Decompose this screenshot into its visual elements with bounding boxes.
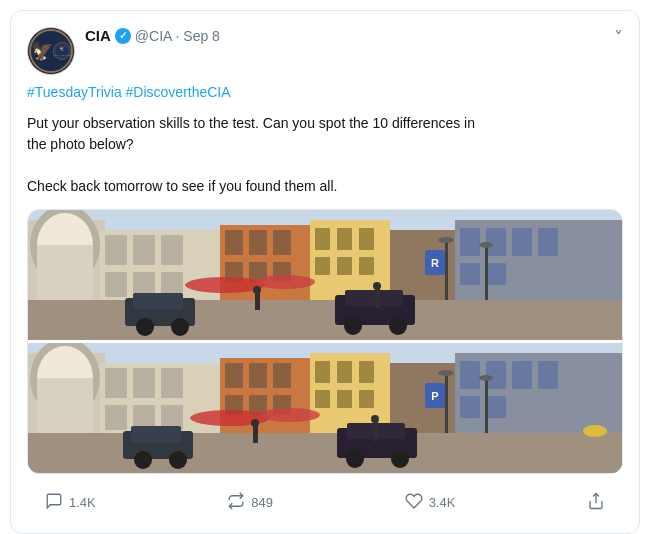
name-row: CIA ✓ @CIA · Sep 8 xyxy=(85,27,623,44)
svg-rect-56 xyxy=(375,288,380,308)
svg-rect-110 xyxy=(253,425,258,443)
svg-text:P: P xyxy=(431,390,438,402)
handle-date: @CIA · Sep 8 xyxy=(135,28,220,44)
svg-rect-20 xyxy=(273,230,291,255)
svg-rect-92 xyxy=(538,361,558,389)
svg-rect-34 xyxy=(486,228,506,256)
svg-rect-11 xyxy=(105,235,127,265)
svg-rect-68 xyxy=(133,368,155,398)
svg-rect-91 xyxy=(512,361,532,389)
svg-rect-47 xyxy=(133,293,183,309)
svg-point-96 xyxy=(438,370,454,376)
tweet-text-line2: the photo below? xyxy=(27,136,134,152)
svg-point-109 xyxy=(391,450,409,468)
svg-point-104 xyxy=(134,451,152,469)
svg-rect-83 xyxy=(359,361,374,383)
svg-rect-25 xyxy=(315,228,330,250)
svg-rect-26 xyxy=(337,228,352,250)
svg-rect-14 xyxy=(105,272,127,297)
svg-point-52 xyxy=(344,317,362,335)
svg-text:R: R xyxy=(431,257,439,269)
handle: @CIA xyxy=(135,28,172,44)
city-image-bottom[interactable]: P xyxy=(28,343,622,473)
hashtags[interactable]: #TuesdayTrivia #DiscovertheCIA xyxy=(27,83,623,103)
retweet-count: 849 xyxy=(251,495,273,510)
reply-count: 1.4K xyxy=(69,495,96,510)
svg-point-45 xyxy=(255,275,315,289)
svg-point-44 xyxy=(185,277,265,293)
svg-rect-95 xyxy=(445,373,448,443)
tweet-date: Sep 8 xyxy=(183,28,220,44)
svg-rect-37 xyxy=(460,263,480,285)
svg-rect-82 xyxy=(337,361,352,383)
svg-point-101 xyxy=(260,408,320,422)
svg-rect-84 xyxy=(315,390,330,408)
svg-rect-13 xyxy=(161,235,183,265)
svg-rect-30 xyxy=(359,257,374,275)
svg-rect-90 xyxy=(486,361,506,389)
svg-rect-19 xyxy=(249,230,267,255)
svg-point-98 xyxy=(479,375,493,381)
svg-rect-35 xyxy=(512,228,532,256)
svg-rect-76 xyxy=(273,363,291,388)
svg-point-40 xyxy=(438,237,454,243)
svg-rect-27 xyxy=(359,228,374,250)
svg-text:🦅: 🦅 xyxy=(59,45,66,52)
cia-seal: 🦅 CENTRAL INTELLIGENCE xyxy=(29,29,73,73)
svg-rect-99 xyxy=(28,433,622,473)
verified-badge: ✓ xyxy=(115,28,131,44)
svg-rect-103 xyxy=(131,426,181,442)
svg-rect-81 xyxy=(315,361,330,383)
svg-rect-70 xyxy=(105,405,127,430)
svg-point-116 xyxy=(583,425,607,437)
svg-point-57 xyxy=(373,282,381,290)
tweet-images[interactable]: R xyxy=(27,209,623,474)
tweet-text-line3: Check back tomorrow to see if you found … xyxy=(27,178,337,194)
svg-rect-12 xyxy=(133,235,155,265)
reply-button[interactable]: 1.4K xyxy=(37,488,104,517)
svg-rect-39 xyxy=(445,240,448,310)
share-button[interactable] xyxy=(579,488,613,517)
svg-point-105 xyxy=(169,451,187,469)
more-options-button[interactable]: ˅ xyxy=(614,27,623,49)
svg-rect-29 xyxy=(337,257,352,275)
tweet-body: Put your observation skills to the test.… xyxy=(27,113,623,197)
svg-rect-43 xyxy=(28,300,622,340)
svg-rect-33 xyxy=(460,228,480,256)
like-icon xyxy=(405,492,423,513)
avatar[interactable]: 🦅 CENTRAL INTELLIGENCE xyxy=(27,27,75,75)
reply-icon xyxy=(45,492,63,513)
svg-rect-67 xyxy=(105,368,127,398)
svg-rect-94 xyxy=(486,396,506,418)
svg-rect-86 xyxy=(359,390,374,408)
svg-point-111 xyxy=(251,419,259,427)
svg-rect-18 xyxy=(225,230,243,255)
like-count: 3.4K xyxy=(429,495,456,510)
svg-rect-38 xyxy=(486,263,506,285)
svg-rect-36 xyxy=(538,228,558,256)
svg-rect-89 xyxy=(460,361,480,389)
svg-rect-112 xyxy=(373,421,378,441)
retweet-icon xyxy=(227,492,245,513)
svg-point-48 xyxy=(136,318,154,336)
svg-point-55 xyxy=(253,286,261,294)
tweet-text-line1: Put your observation skills to the test.… xyxy=(27,115,475,131)
svg-rect-74 xyxy=(225,363,243,388)
svg-point-49 xyxy=(171,318,189,336)
tweet-actions: 1.4K 849 3.4K xyxy=(27,488,623,517)
svg-point-53 xyxy=(389,317,407,335)
svg-rect-85 xyxy=(337,390,352,408)
city-image-top[interactable]: R xyxy=(28,210,622,340)
like-button[interactable]: 3.4K xyxy=(397,488,464,517)
display-name: CIA xyxy=(85,27,111,44)
retweet-button[interactable]: 849 xyxy=(219,488,281,517)
svg-point-42 xyxy=(479,242,493,248)
svg-point-113 xyxy=(371,415,379,423)
svg-rect-28 xyxy=(315,257,330,275)
svg-rect-69 xyxy=(161,368,183,398)
svg-rect-51 xyxy=(345,290,403,306)
svg-rect-75 xyxy=(249,363,267,388)
user-info: CIA ✓ @CIA · Sep 8 xyxy=(85,27,623,44)
svg-point-108 xyxy=(346,450,364,468)
tweet-header: 🦅 CENTRAL INTELLIGENCE CIA ✓ @CIA · Sep … xyxy=(27,27,623,75)
